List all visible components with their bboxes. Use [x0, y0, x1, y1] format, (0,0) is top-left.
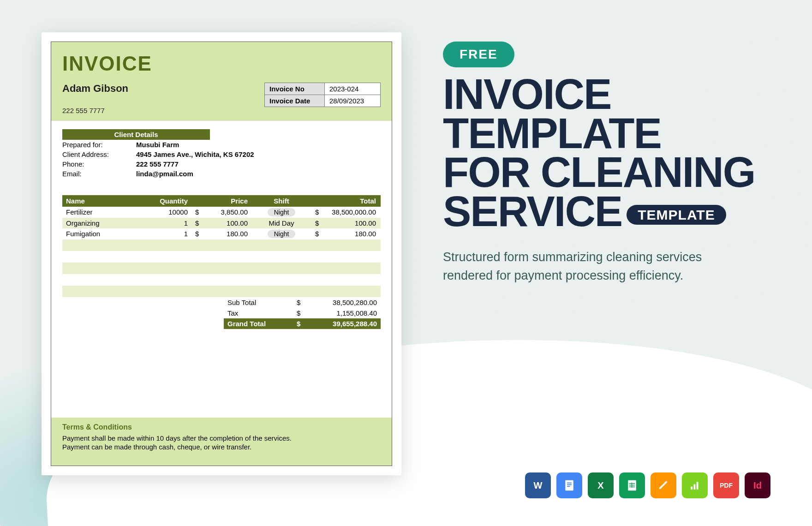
svg-rect-9	[691, 487, 693, 490]
client-row-label: Phone:	[62, 160, 136, 168]
client-row-label: Email:	[62, 170, 136, 178]
invoice-card: INVOICE Adam Gibson 222 555 7777 Invoice…	[42, 32, 401, 475]
pdf-icon[interactable]: PDF	[713, 472, 739, 498]
svg-rect-11	[697, 482, 699, 490]
terms-line: Payment shall be made within 10 days aft…	[62, 434, 381, 442]
terms-header: Terms & Conditions	[62, 423, 381, 431]
item-row: Fertilizer 10000 $3,850.00 Night $38,500…	[62, 207, 381, 218]
svg-rect-3	[567, 486, 570, 487]
col-qty: Quantity	[131, 195, 191, 207]
invoice-meta: Invoice No 2023-024 Invoice Date 28/09/2…	[264, 83, 381, 107]
side-panel: FREE INVOICE TEMPLATE FOR CLEANING SERVI…	[443, 32, 770, 494]
items-header: Name Quantity Price Shift Total	[62, 195, 381, 207]
item-row: Fumigation 1 $180.00 Night $180.00	[62, 228, 381, 239]
invoice-title: INVOICE	[62, 52, 381, 75]
description: Structured form summarizing cleaning ser…	[443, 248, 738, 285]
item-row	[62, 263, 381, 274]
client-row-value: 222 555 7777	[136, 160, 179, 168]
terms: Terms & Conditions Payment shall be made…	[51, 418, 392, 466]
client-details-header: Client Details	[62, 129, 210, 140]
client-details: Client Details Prepared for:Musubi Farm …	[62, 129, 381, 179]
client-row-value: 4945 James Ave., Wichita, KS 67202	[136, 150, 254, 158]
col-total: Total	[311, 195, 380, 207]
col-shift: Shift	[251, 195, 311, 207]
terms-line: Payment can be made through cash, cheque…	[62, 443, 381, 451]
google-docs-icon[interactable]	[556, 472, 582, 498]
template-badge: TEMPLATE	[627, 205, 726, 225]
svg-rect-0	[565, 480, 573, 491]
item-row: Organizing 1 $100.00 Mid Day $100.00	[62, 218, 381, 228]
svg-rect-2	[567, 484, 572, 485]
client-row-value: linda@pmail.com	[136, 170, 193, 178]
col-price: Price	[191, 195, 251, 207]
invoice-no-value: 2023-024	[325, 83, 380, 95]
google-sheets-icon[interactable]	[619, 472, 645, 498]
indesign-icon[interactable]: Id	[745, 472, 770, 498]
main-title: INVOICE TEMPLATE FOR CLEANING SERVICETEM…	[443, 75, 770, 231]
sender-name: Adam Gibson	[62, 83, 128, 95]
totals: Sub Total$38,500,280.00 Tax$1,155,008.40…	[224, 297, 381, 329]
client-row-label: Prepared for:	[62, 141, 136, 149]
col-name: Name	[62, 195, 131, 207]
svg-rect-8	[632, 483, 633, 488]
svg-rect-10	[694, 484, 696, 490]
invoice-date-label: Invoice Date	[265, 95, 325, 107]
apple-numbers-icon[interactable]	[682, 472, 708, 498]
item-row	[62, 286, 381, 297]
app-icons: W X PDF Id	[525, 472, 770, 498]
invoice-date-value: 28/09/2023	[325, 95, 380, 107]
excel-icon[interactable]: X	[588, 472, 614, 498]
sender-phone: 222 555 7777	[62, 107, 128, 114]
item-row	[62, 251, 381, 263]
item-row	[62, 274, 381, 286]
invoice-no-label: Invoice No	[265, 83, 325, 95]
free-badge: FREE	[443, 42, 514, 67]
apple-pages-icon[interactable]	[651, 472, 676, 498]
word-icon[interactable]: W	[525, 472, 551, 498]
svg-rect-1	[567, 483, 572, 484]
client-row-label: Client Address:	[62, 150, 136, 158]
client-row-value: Musubi Farm	[136, 141, 179, 149]
item-row	[62, 239, 381, 251]
